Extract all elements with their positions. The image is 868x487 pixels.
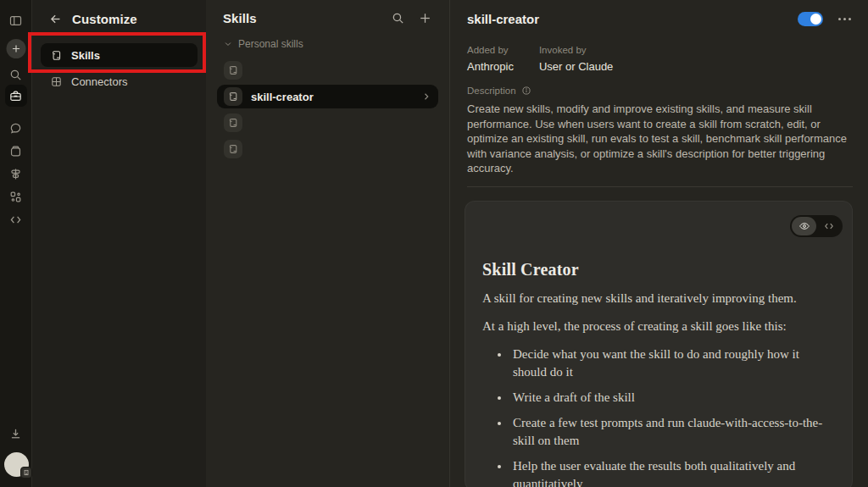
preview-eye-button[interactable]	[792, 217, 816, 235]
invoked-by-value: User or Claude	[539, 60, 613, 73]
skill-row[interactable]	[217, 111, 438, 135]
skill-scroll-icon	[224, 140, 242, 158]
nav-item-label: Skills	[71, 49, 100, 62]
readme-paragraph: A skill for creating new skills and iter…	[482, 290, 835, 307]
automations-icon[interactable]	[6, 163, 26, 184]
code-icon[interactable]	[6, 209, 26, 230]
organization-badge-icon	[20, 467, 32, 479]
enable-skill-toggle[interactable]	[798, 12, 823, 26]
skill-row-skill-creator[interactable]: skill-creator	[217, 85, 438, 108]
skill-scroll-icon	[224, 61, 242, 80]
skill-scroll-icon	[224, 113, 242, 132]
source-code-button[interactable]	[816, 217, 841, 235]
skill-detail-panel: skill-creator Added by Anthropic Invoked…	[450, 0, 868, 487]
detail-header: skill-creator	[467, 12, 853, 26]
card-toolbar	[465, 202, 852, 237]
apps-grid-icon[interactable]	[6, 186, 26, 207]
user-avatar[interactable]	[4, 452, 29, 477]
scroll-icon	[50, 49, 63, 62]
icon-rail	[0, 0, 32, 487]
readme-bullet: Write a draft of the skill	[510, 389, 835, 407]
projects-box-icon[interactable]	[6, 141, 26, 161]
added-by-field: Added by Anthropic	[467, 45, 514, 73]
skill-row[interactable]	[217, 137, 438, 161]
skill-meta: Added by Anthropic Invoked by User or Cl…	[467, 45, 853, 73]
eye-icon	[798, 220, 810, 232]
readme-bullet: Create a few test prompts and run claude…	[510, 414, 835, 450]
skill-readme-content: Skill Creator A skill for creating new s…	[465, 237, 852, 487]
readme-bullet: Help the user evaluate the results both …	[510, 457, 835, 487]
readme-bullet: Decide what you want the skill to do and…	[510, 346, 835, 381]
chevron-right-icon	[421, 91, 431, 102]
nav-item-skills[interactable]: Skills	[41, 43, 198, 67]
description-label: Description	[467, 86, 516, 96]
added-by-label: Added by	[467, 45, 514, 55]
grid-icon	[50, 75, 63, 88]
invoked-by-field: Invoked by User or Claude	[539, 45, 613, 73]
new-chat-plus-icon[interactable]	[6, 39, 25, 58]
description-label-row: Description	[467, 86, 853, 96]
invoked-by-label: Invoked by	[539, 45, 613, 55]
skill-readme-card: Skill Creator A skill for creating new s…	[465, 201, 853, 487]
skill-detail-title: skill-creator	[467, 12, 798, 26]
download-icon[interactable]	[6, 423, 26, 444]
added-by-value: Anthropic	[467, 60, 514, 73]
readme-paragraph: At a high level, the process of creating…	[482, 318, 835, 335]
customize-nav: Skills Connectors	[32, 43, 206, 93]
back-arrow-icon[interactable]	[48, 12, 63, 26]
customize-panel: Customize Skills Connectors	[32, 0, 206, 487]
divider	[467, 186, 853, 187]
personal-skills-section-toggle[interactable]: Personal skills	[206, 38, 449, 50]
code-icon	[823, 220, 835, 232]
readme-bullet-list: Decide what you want the skill to do and…	[482, 346, 835, 487]
nav-item-connectors[interactable]: Connectors	[41, 69, 198, 93]
skills-list-header: Skills	[206, 11, 449, 25]
nav-item-label: Connectors	[71, 75, 127, 88]
customize-title: Customize	[72, 12, 137, 26]
customize-header: Customize	[32, 10, 206, 26]
chevron-down-icon	[224, 40, 232, 48]
add-skill-icon[interactable]	[418, 11, 432, 25]
search-icon[interactable]	[6, 64, 26, 85]
section-label: Personal skills	[238, 38, 303, 50]
toggle-knob	[810, 14, 821, 25]
skill-name: skill-creator	[251, 91, 413, 103]
customize-briefcase-icon[interactable]	[5, 85, 27, 107]
sidebar-toggle-icon[interactable]	[6, 10, 26, 30]
skill-scroll-icon	[224, 87, 242, 106]
view-mode-toggle	[790, 215, 843, 237]
skill-row[interactable]	[217, 58, 438, 82]
more-options-icon[interactable]	[837, 14, 853, 24]
readme-heading: Skill Creator	[482, 260, 835, 279]
skill-description: Create new skills, modify and improve ex…	[467, 102, 853, 176]
skills-panel-title: Skills	[223, 11, 378, 25]
skills-list-panel: Skills Personal skills skill-creator	[206, 0, 450, 487]
search-skills-icon[interactable]	[391, 11, 405, 25]
skill-list: skill-creator	[206, 58, 449, 161]
chats-icon[interactable]	[6, 118, 26, 138]
info-icon[interactable]	[521, 86, 531, 96]
